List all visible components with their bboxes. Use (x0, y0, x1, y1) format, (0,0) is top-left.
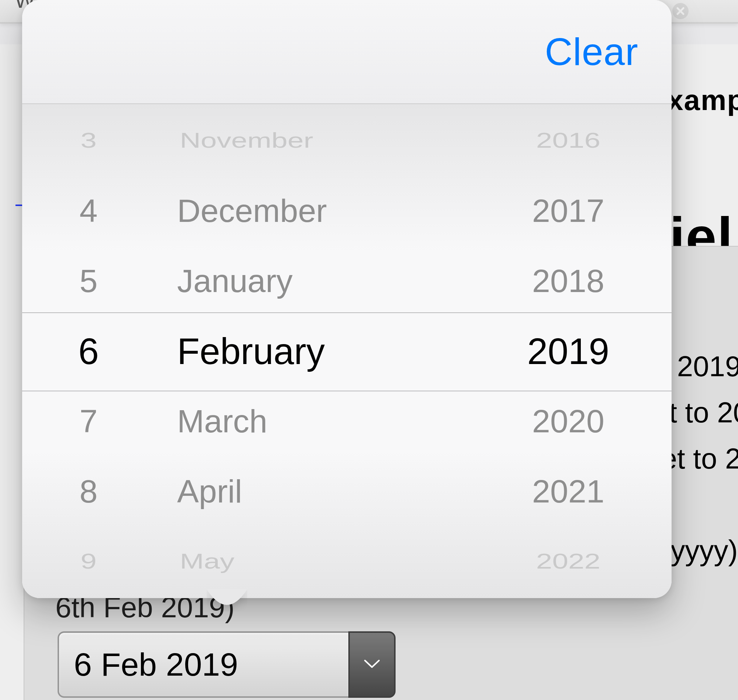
day-option[interactable]: 3 (23, 116, 154, 166)
month-wheel[interactable]: October November December January Februa… (155, 104, 465, 598)
year-wheel[interactable]: 2015 2016 2017 2018 2019 2020 2021 2022 … (465, 104, 672, 598)
link-fragment (16, 176, 23, 206)
month-option[interactable]: March (155, 386, 465, 456)
month-option[interactable]: December (155, 176, 465, 246)
year-option[interactable]: 2016 (467, 116, 670, 166)
chevron-down-icon (364, 658, 380, 671)
date-picker-popover: Clear 2 3 4 5 6 7 8 9 10 October Novembe… (22, 0, 672, 598)
clear-button[interactable]: Clear (545, 30, 638, 74)
date-picker-wheels: 2 3 4 5 6 7 8 9 10 October November Dece… (22, 104, 672, 598)
date-select-value[interactable]: 6 Feb 2019 (57, 631, 348, 698)
day-option[interactable]: 9 (23, 537, 154, 587)
day-option[interactable]: 4 (22, 176, 155, 246)
month-option[interactable]: January (155, 246, 465, 316)
side-text-fragment: 2019 t to 20 et to 2 -yyyy) (661, 343, 738, 574)
day-wheel[interactable]: 2 3 4 5 6 7 8 9 10 (22, 104, 155, 598)
day-option[interactable]: 8 (22, 456, 155, 526)
year-option-selected[interactable]: 2019 (465, 316, 672, 386)
month-option[interactable]: May (158, 537, 462, 587)
day-option[interactable]: 7 (22, 386, 155, 456)
month-option-selected[interactable]: February (155, 316, 465, 386)
date-select-dropdown-button[interactable] (348, 631, 396, 698)
date-picker-toolbar: Clear (22, 0, 672, 104)
day-option-selected[interactable]: 6 (22, 316, 155, 386)
month-option[interactable]: November (158, 116, 462, 166)
year-option[interactable]: 2021 (465, 456, 672, 526)
date-select[interactable]: 6 Feb 2019 (57, 631, 396, 698)
year-option[interactable]: 2017 (465, 176, 672, 246)
day-option[interactable]: 5 (22, 246, 155, 316)
popover-arrow-icon (207, 589, 247, 612)
year-option[interactable]: 2022 (467, 537, 670, 587)
year-option[interactable]: 2020 (465, 386, 672, 456)
month-option[interactable]: April (155, 456, 465, 526)
year-option[interactable]: 2018 (465, 246, 672, 316)
